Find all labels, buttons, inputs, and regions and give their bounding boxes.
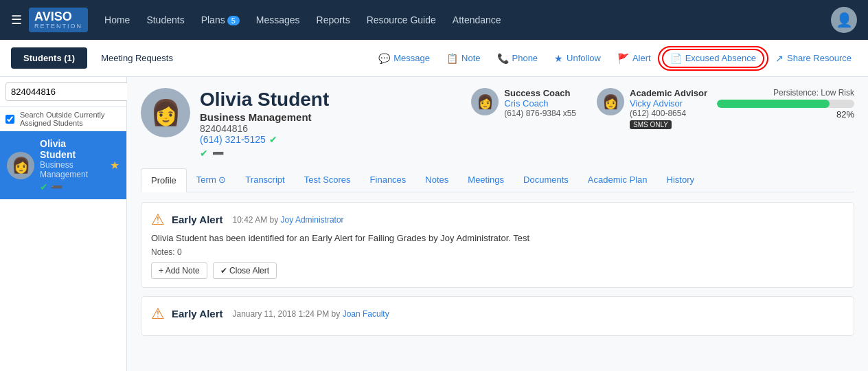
alert-title-2: Early Alert	[172, 308, 222, 319]
logo-aviso: AVISO	[34, 10, 82, 23]
tab-academic-plan[interactable]: Academic Plan	[578, 168, 657, 191]
student-photo: 👩	[141, 88, 190, 137]
academic-advisor-avatar: 👩	[597, 88, 624, 115]
advisors-block: 👩 Success Coach Cris Coach (614) 876-938…	[471, 88, 707, 129]
tab-documents[interactable]: Documents	[514, 168, 578, 191]
persistence-pct: 82%	[717, 109, 854, 120]
alert-author-1[interactable]: Joy Administrator	[281, 215, 344, 225]
note-button[interactable]: 📋 Note	[441, 50, 486, 67]
student-star-icon: ★	[110, 159, 119, 172]
nav-links: Home Students Plans5 Messages Reports Re…	[104, 14, 831, 25]
student-green-icon: ✔	[200, 148, 208, 159]
phone-icon: 📞	[497, 53, 509, 64]
sms-only-badge: SMS ONLY	[630, 120, 672, 129]
search-outside-checkbox-row: Search Outside Currently Assigned Studen…	[0, 107, 126, 131]
note-icon: 📋	[446, 53, 458, 64]
logo-retention: RETENTION	[34, 23, 82, 30]
academic-advisor-role: Academic Advisor	[630, 88, 707, 98]
alert-author-2[interactable]: Joan Faculty	[343, 309, 389, 319]
search-outside-label: Search Outside Currently Assigned Studen…	[20, 111, 121, 127]
close-alert-button[interactable]: ✔ Close Alert	[213, 262, 277, 279]
main-layout: 🔍 ▼ Search Outside Currently Assigned St…	[0, 77, 868, 371]
meeting-requests-tab[interactable]: Meeting Requests	[89, 47, 185, 69]
top-nav: ☰ AVISO RETENTION Home Students Plans5 M…	[0, 0, 868, 40]
persistence-label: Persistence: Low Risk	[717, 88, 854, 98]
tab-term[interactable]: Term ⊙	[187, 168, 236, 191]
tab-meetings[interactable]: Meetings	[458, 168, 514, 191]
unfollow-button[interactable]: ★ Unfollow	[549, 50, 606, 67]
phone-button[interactable]: 📞 Phone	[492, 50, 544, 67]
green-status-dot: ✔	[40, 181, 48, 192]
alert-item-2: ⚠ Early Alert January 11, 2018 1:24 PM b…	[141, 296, 854, 336]
sidebar: 🔍 ▼ Search Outside Currently Assigned St…	[0, 77, 127, 371]
status-dots: ✔ ➖	[40, 181, 104, 192]
student-orange-icon: ➖	[212, 148, 224, 159]
alert-warning-icon: ⚠	[151, 211, 165, 229]
alert-item-1: ⚠ Early Alert 10:42 AM by Joy Administra…	[141, 202, 854, 288]
students-tab[interactable]: Students (1)	[11, 47, 87, 69]
student-avatar: 👩	[7, 152, 34, 179]
tab-profile[interactable]: Profile	[141, 168, 187, 192]
add-note-button[interactable]: + Add Note	[151, 262, 207, 279]
phone-verified-icon: ✔	[269, 134, 277, 145]
search-bar: 🔍 ▼	[0, 77, 126, 107]
orange-status-dot: ➖	[51, 181, 62, 192]
student-full-name: Olivia Student	[200, 88, 448, 111]
tab-notes[interactable]: Notes	[415, 168, 458, 191]
student-list-item[interactable]: 👩 Olivia Student Business Management ✔ ➖…	[0, 131, 126, 199]
success-coach-card: 👩 Success Coach Cris Coach (614) 876-938…	[471, 88, 576, 129]
avatar[interactable]: 👤	[831, 7, 857, 33]
academic-advisor-name[interactable]: Vicky Advisor	[630, 98, 707, 109]
nav-reports[interactable]: Reports	[317, 14, 350, 25]
logo-box: AVISO RETENTION	[29, 8, 88, 32]
tab-transcript[interactable]: Transcript	[236, 168, 294, 191]
success-coach-phone: (614) 876-9384 x55	[504, 109, 576, 118]
tabs-bar: Profile Term ⊙ Transcript Test Scores Fi…	[141, 168, 854, 192]
alert-button[interactable]: 🚩 Alert	[612, 50, 656, 67]
flag-icon: 🚩	[617, 53, 629, 64]
nav-students[interactable]: Students	[146, 14, 184, 25]
alert-meta-1: 10:42 AM by Joy Administrator	[232, 215, 343, 225]
student-program: Business Management	[200, 111, 448, 123]
nav-resource-guide[interactable]: Resource Guide	[367, 14, 436, 25]
plans-badge: 5	[227, 16, 240, 25]
alert-title-1: Early Alert	[172, 214, 222, 225]
alert-header-1: ⚠ Early Alert 10:42 AM by Joy Administra…	[151, 211, 844, 229]
success-coach-info: Success Coach Cris Coach (614) 876-9384 …	[504, 88, 576, 118]
academic-advisor-phone: (612) 400-8654	[630, 109, 707, 118]
nav-messages[interactable]: Messages	[256, 14, 300, 25]
student-name: Olivia Student	[40, 138, 104, 160]
success-coach-role: Success Coach	[504, 88, 576, 98]
student-status-icons: ✔ ➖	[200, 148, 448, 159]
search-outside-checkbox[interactable]	[5, 115, 14, 124]
message-button[interactable]: 💬 Message	[373, 50, 435, 67]
persistence-bar-bg	[717, 100, 854, 108]
student-phone[interactable]: (614) 321-5125 ✔	[200, 134, 448, 145]
nav-home[interactable]: Home	[104, 14, 130, 25]
student-major: Business Management	[40, 160, 104, 179]
alert-body-1: Olivia Student has been identified for a…	[151, 233, 844, 243]
alert-notes-1: Notes: 0	[151, 247, 844, 257]
excused-icon: 📄	[670, 53, 682, 64]
tab-test-scores[interactable]: Test Scores	[295, 168, 361, 191]
tab-history[interactable]: History	[657, 168, 704, 191]
alert-meta-2: January 11, 2018 1:24 PM by Joan Faculty	[232, 309, 389, 319]
success-coach-name[interactable]: Cris Coach	[504, 98, 576, 109]
action-bar: Students (1) Meeting Requests 💬 Message …	[0, 40, 868, 77]
share-resource-button[interactable]: ↗ Share Resource	[770, 50, 857, 67]
persistence-bar-fill	[717, 100, 830, 108]
action-buttons: 💬 Message 📋 Note 📞 Phone ★ Unfollow 🚩 Al…	[373, 49, 857, 68]
content-area: 👩 Olivia Student Business Management 824…	[127, 77, 868, 371]
star-icon: ★	[554, 53, 563, 64]
hamburger-icon[interactable]: ☰	[11, 12, 22, 27]
persistence-block: Persistence: Low Risk 82%	[717, 88, 854, 120]
search-input[interactable]	[5, 82, 132, 101]
success-coach-avatar: 👩	[471, 88, 499, 115]
excused-absence-button[interactable]: 📄 Excused Absence	[662, 49, 764, 68]
student-id: 824044816	[200, 123, 448, 134]
nav-plans[interactable]: Plans5	[201, 14, 240, 25]
nav-logo: ☰ AVISO RETENTION	[11, 8, 88, 32]
nav-attendance[interactable]: Attendance	[453, 14, 501, 25]
student-header: 👩 Olivia Student Business Management 824…	[141, 88, 854, 159]
tab-finances[interactable]: Finances	[361, 168, 416, 191]
